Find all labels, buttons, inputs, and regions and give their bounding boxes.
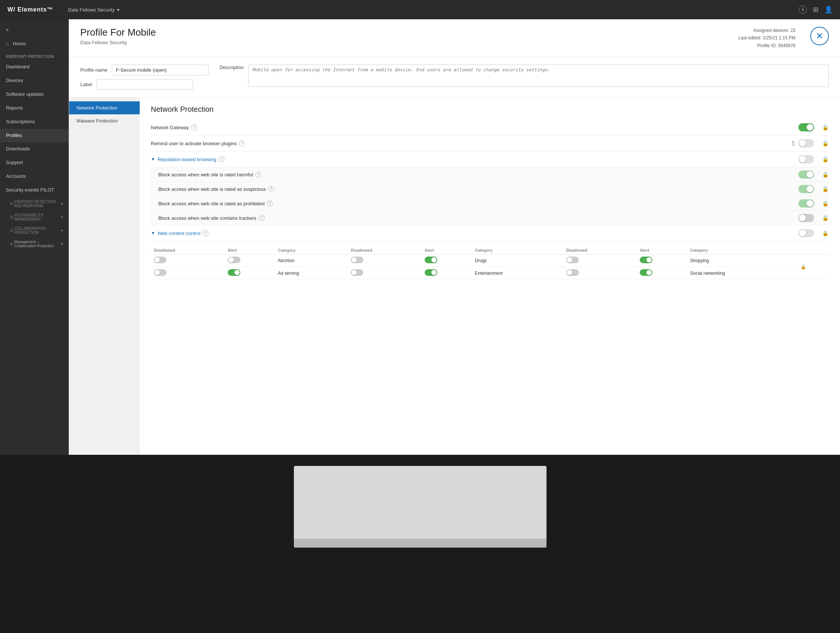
sidebar-security-events-label: Security events PILOT	[6, 187, 54, 194]
network-gateway-toggle[interactable]	[798, 123, 814, 131]
sidebar-item-edr[interactable]: ENDPOINT DETECTION AND RESPONSE ▾	[0, 197, 69, 211]
top-bar: W/ Elements™ Data Fellows Security ▾ ℹ ⊞…	[0, 0, 840, 19]
nav-malware-protection[interactable]: Malware Protection	[69, 114, 140, 128]
block-harmful-control	[798, 170, 814, 179]
browser-plugins-toggle[interactable]	[798, 139, 814, 147]
reputation-help-icon[interactable]: ?	[218, 156, 224, 162]
sidebar-item-reports[interactable]: Reports	[0, 101, 69, 115]
reputation-browsing-label: Reputation-based browsing ?	[158, 156, 798, 162]
network-gateway-help-icon[interactable]: ?	[191, 124, 197, 130]
adserving-alert-toggle[interactable]	[228, 269, 240, 276]
web-content-label: Web content control ?	[158, 230, 798, 236]
block-prohibited-help-icon[interactable]: ?	[267, 200, 273, 206]
reputation-browsing-lock-icon[interactable]: 🔒	[821, 156, 829, 162]
description-textarea[interactable]	[248, 65, 829, 87]
block-suspicious-help-icon[interactable]: ?	[268, 186, 274, 192]
web-content-table-container: Disallowed Alert Category Disallowed Ale…	[151, 243, 829, 280]
sidebar-item-security-events[interactable]: Security events PILOT	[0, 183, 69, 197]
drugs-alert[interactable]	[422, 254, 472, 267]
sidebar-collapse[interactable]: «	[0, 23, 69, 37]
close-button[interactable]: ✕	[810, 27, 829, 45]
network-gateway-lock-icon[interactable]: 🔒	[821, 124, 829, 130]
block-prohibited-lock-icon[interactable]: 🔒	[821, 200, 829, 206]
abortion-disallowed[interactable]	[151, 254, 225, 267]
social-alert-toggle[interactable]	[640, 269, 652, 276]
block-harmful-lock-icon[interactable]: 🔒	[821, 172, 829, 178]
web-content-toggle[interactable]	[798, 229, 814, 237]
social-disallowed[interactable]	[563, 267, 637, 280]
reputation-browsing-header[interactable]: ▼ Reputation-based browsing ? 🔒	[151, 151, 829, 167]
block-suspicious-toggle[interactable]	[798, 185, 814, 193]
block-trackers-lock-icon[interactable]: 🔒	[821, 215, 829, 221]
adserving-disallowed-toggle[interactable]	[154, 269, 166, 276]
web-content-help-icon[interactable]: ?	[202, 230, 208, 236]
block-trackers-label: Block access when web site contains trac…	[158, 215, 798, 221]
shopping-alert[interactable]	[637, 254, 687, 267]
sidebar-item-mgmt[interactable]: Management – Collaboration Protection ▾	[0, 237, 69, 250]
sidebar-item-devices[interactable]: Devices	[0, 74, 69, 88]
sidebar-item-downloads[interactable]: Downloads	[0, 142, 69, 156]
block-trackers-help-icon[interactable]: ?	[259, 215, 265, 221]
abortion-category: Abortion	[275, 254, 348, 267]
adserving-disallowed[interactable]	[151, 267, 225, 280]
nav-network-protection[interactable]: Network Protection	[69, 101, 140, 114]
table-row-1: Abortion Drugs Shopping 🔒	[151, 254, 829, 267]
abortion-disallowed-toggle[interactable]	[154, 257, 166, 263]
top-bar-actions: ℹ ⊞ 👤	[799, 6, 832, 14]
block-harmful-help-icon[interactable]: ?	[255, 172, 261, 178]
shopping-disallowed[interactable]	[563, 254, 637, 267]
sidebar-item-vuln[interactable]: VULNERABILITY MANAGEMENT ▾	[0, 211, 69, 224]
description-group: Description	[219, 65, 829, 90]
social-alert[interactable]	[637, 267, 687, 280]
drugs-alert-toggle[interactable]	[425, 257, 437, 263]
org-selector[interactable]: Data Fellows Security ▾	[68, 7, 120, 13]
org-dropdown-arrow: ▾	[117, 7, 120, 13]
adserving-category: Ad serving	[275, 267, 348, 280]
th-alert-1: Alert	[225, 247, 275, 254]
abortion-alert-toggle[interactable]	[228, 257, 240, 263]
drugs-disallowed[interactable]	[348, 254, 422, 267]
browser-plugins-help-icon[interactable]: ?	[239, 140, 245, 146]
sidebar-item-home[interactable]: ⌂ Home	[0, 37, 69, 51]
profile-subtitle: Data Fellows Security	[80, 40, 739, 45]
web-content-control	[798, 229, 814, 237]
web-content-lock-icon[interactable]: 🔒	[821, 230, 829, 236]
sidebar-item-profiles[interactable]: Profiles	[0, 129, 69, 143]
abortion-alert[interactable]	[225, 254, 275, 267]
info-icon[interactable]: ℹ	[799, 6, 807, 14]
drugs-category: Drugs	[472, 254, 563, 267]
adserving-alert[interactable]	[225, 267, 275, 280]
block-prohibited-toggle[interactable]	[798, 199, 814, 208]
sidebar-item-subscriptions[interactable]: Subscriptions	[0, 115, 69, 129]
sidebar-item-support[interactable]: Support	[0, 156, 69, 170]
sidebar-item-collab[interactable]: COLLABORATION PROTECTION ▾	[0, 224, 69, 237]
social-disallowed-toggle[interactable]	[566, 269, 579, 276]
sidebar-item-accounts[interactable]: Accounts	[0, 170, 69, 183]
table-lock[interactable]: 🔒	[797, 254, 829, 280]
profile-id: Profile ID: 5649976	[739, 42, 796, 49]
browser-plugins-row: Remind user to activate browser plugins …	[151, 135, 829, 151]
profile-name-group: Profile name	[80, 65, 208, 76]
profile-name-input[interactable]	[112, 65, 208, 76]
reputation-browsing-toggle[interactable]	[798, 155, 814, 163]
browser-plugins-lock-icon[interactable]: 🔒	[821, 140, 829, 146]
sidebar-item-software-updates[interactable]: Software updates	[0, 88, 69, 101]
block-suspicious-lock-icon[interactable]: 🔒	[821, 186, 829, 192]
bottom-panel-bar	[294, 539, 546, 548]
block-harmful-label: Block access when web site is rated harm…	[158, 172, 798, 178]
grid-icon[interactable]: ⊞	[813, 6, 818, 14]
shopping-disallowed-toggle[interactable]	[566, 257, 579, 263]
block-trackers-toggle[interactable]	[798, 214, 814, 222]
block-harmful-toggle[interactable]	[798, 170, 814, 179]
sidebar-item-dashboard[interactable]: Dashboard	[0, 60, 69, 74]
entertainment-disallowed[interactable]	[348, 267, 422, 280]
shopping-alert-toggle[interactable]	[640, 257, 652, 263]
entertainment-category: Entertainment	[472, 267, 563, 280]
label-input[interactable]	[96, 79, 193, 90]
drugs-disallowed-toggle[interactable]	[351, 257, 363, 263]
entertainment-disallowed-toggle[interactable]	[351, 269, 363, 276]
entertainment-alert[interactable]	[422, 267, 472, 280]
user-icon[interactable]: 👤	[824, 6, 832, 14]
entertainment-alert-toggle[interactable]	[425, 269, 437, 276]
web-content-header[interactable]: ▼ Web content control ? 🔒	[151, 225, 829, 241]
